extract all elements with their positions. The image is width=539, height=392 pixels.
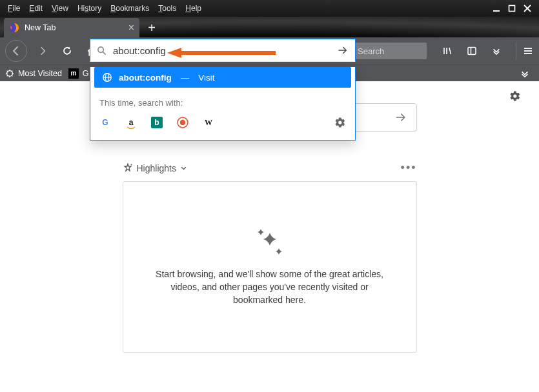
search-engines-row: G a b W xyxy=(90,108,355,131)
suggestion-dash: — xyxy=(181,73,190,83)
engine-bing-icon[interactable]: b xyxy=(151,117,163,128)
app-menu: FFileile Edit View History Bookmarks Too… xyxy=(4,3,205,14)
forward-button[interactable] xyxy=(34,42,52,60)
tab-strip: New Tab × + xyxy=(0,17,539,37)
svg-line-18 xyxy=(103,52,106,54)
newtab-settings-icon[interactable] xyxy=(509,90,521,102)
engine-amazon-icon[interactable]: a xyxy=(125,117,137,128)
bookmark-most-visited[interactable]: Most Visited xyxy=(5,69,62,78)
engine-wikipedia-icon[interactable]: W xyxy=(203,117,214,128)
bookmarks-overflow-icon[interactable] xyxy=(516,64,534,83)
new-tab-button[interactable]: + xyxy=(142,18,161,37)
menu-edit[interactable]: Edit xyxy=(25,3,46,14)
highlights-header[interactable]: Highlights ••• xyxy=(123,161,417,175)
go-arrow-icon[interactable] xyxy=(394,111,407,124)
highlights-icon xyxy=(123,163,133,173)
bookmark-getting-started[interactable]: m G xyxy=(68,68,89,79)
library-icon[interactable] xyxy=(438,42,456,60)
suggestion-visit[interactable]: about:config — Visit xyxy=(94,67,351,88)
menu-tools[interactable]: Tools xyxy=(154,3,180,14)
highlights-empty-card: Start browsing, and we'll show some of t… xyxy=(123,181,417,353)
suggestion-action: Visit xyxy=(198,73,214,83)
sidebar-icon[interactable] xyxy=(463,42,481,60)
menu-help[interactable]: Help xyxy=(181,3,205,14)
menu-bar: FFileile Edit View History Bookmarks Too… xyxy=(0,0,539,17)
menu-bookmarks[interactable]: Bookmarks xyxy=(107,3,153,14)
menu-file[interactable]: FFileile xyxy=(4,3,24,14)
most-visited-icon xyxy=(5,69,14,78)
window-controls xyxy=(493,5,535,12)
search-settings-icon[interactable] xyxy=(334,117,346,128)
bookmark-label: Most Visited xyxy=(18,69,62,78)
url-bar[interactable] xyxy=(90,39,356,62)
overflow-icon[interactable] xyxy=(487,42,505,60)
suggestion-title: about:config xyxy=(119,73,172,83)
svg-point-23 xyxy=(180,120,185,125)
url-input[interactable] xyxy=(113,45,331,56)
search-icon xyxy=(97,46,107,55)
svg-point-16 xyxy=(130,164,132,165)
minimize-icon[interactable] xyxy=(493,5,500,12)
back-button[interactable] xyxy=(5,40,27,62)
newtab-center: Highlights ••• Start browsing, and we'll… xyxy=(123,103,417,353)
svg-rect-1 xyxy=(509,6,515,12)
mozilla-icon: m xyxy=(68,68,79,79)
tab-title: New Tab xyxy=(25,23,56,32)
menu-view[interactable]: View xyxy=(48,3,72,14)
svg-line-9 xyxy=(449,48,451,54)
search-with-label: This time, search with: xyxy=(90,88,355,108)
urlbar-dropdown: about:config — Visit This time, search w… xyxy=(90,67,356,141)
highlights-more-icon[interactable]: ••• xyxy=(401,161,417,175)
engine-duckduckgo-icon[interactable] xyxy=(177,117,188,128)
tab-new-tab[interactable]: New Tab × xyxy=(4,18,139,37)
sparkle-icon xyxy=(252,228,287,259)
hamburger-menu-icon[interactable] xyxy=(516,42,534,60)
maximize-icon[interactable] xyxy=(508,5,516,12)
firefox-icon xyxy=(9,23,19,33)
chevron-down-icon[interactable] xyxy=(180,164,187,172)
reload-button[interactable] xyxy=(58,42,76,60)
svg-rect-10 xyxy=(468,48,476,55)
close-icon[interactable] xyxy=(524,5,531,12)
bookmark-label-2: G xyxy=(83,69,89,78)
globe-icon xyxy=(102,72,112,83)
tab-close-icon[interactable]: × xyxy=(128,23,134,33)
highlights-empty-text: Start browsing, and we'll show some of t… xyxy=(149,268,391,307)
menu-history[interactable]: History xyxy=(74,3,105,14)
urlbar-overlay: about:config — Visit This time, search w… xyxy=(90,39,356,141)
highlights-label: Highlights xyxy=(137,163,176,173)
go-arrow-icon[interactable] xyxy=(337,44,349,56)
search-input[interactable] xyxy=(358,46,423,56)
engine-google-icon[interactable]: G xyxy=(99,117,111,128)
toolbar-right xyxy=(438,42,534,60)
